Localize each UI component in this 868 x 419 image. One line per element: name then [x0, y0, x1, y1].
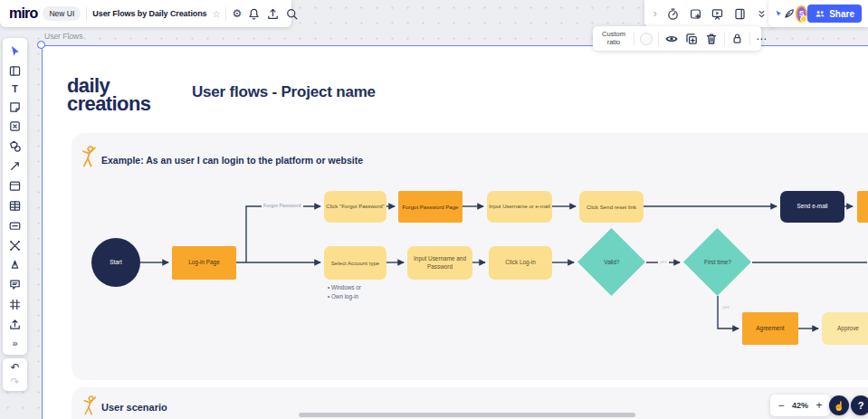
node-start[interactable]: Start — [91, 238, 140, 287]
connector-tool-icon[interactable] — [8, 239, 22, 252]
example-section-title[interactable]: Example: As an user I can login to the p… — [101, 155, 363, 166]
collab-cursor-icon[interactable] — [775, 7, 783, 20]
duplicate-icon[interactable] — [684, 32, 699, 46]
table-tool-icon[interactable] — [8, 199, 22, 213]
zoom-level[interactable]: 42% — [792, 401, 808, 410]
person-icon — [78, 145, 98, 168]
redo-icon[interactable]: ↷ — [10, 376, 19, 388]
card-tool-icon[interactable] — [8, 219, 22, 233]
frame-title-label[interactable]: User Flows — [44, 32, 83, 41]
status-dot — [800, 15, 807, 23]
notes-panel-icon[interactable] — [733, 7, 747, 21]
custom-ratio-button[interactable]: Custom ratio — [599, 31, 628, 46]
topbar-tools: › — [644, 0, 777, 27]
horizontal-scrollbar[interactable] — [299, 413, 635, 417]
people-icon — [815, 8, 825, 19]
edge-label-firsttime-yes: yes — [720, 304, 731, 309]
context-toolbar: Custom ratio ⋯ — [593, 26, 761, 51]
node-offscreen-right[interactable] — [857, 191, 868, 223]
node-click-login[interactable]: Click Log-in — [489, 246, 552, 280]
divider — [749, 32, 750, 45]
select-tool-icon[interactable] — [8, 44, 22, 58]
new-ui-badge[interactable]: New UI — [43, 6, 81, 21]
timer-icon[interactable] — [666, 7, 680, 21]
collapse-toolbar-icon[interactable] — [756, 8, 768, 20]
frame-selection-handle[interactable] — [37, 41, 45, 49]
divider — [634, 32, 634, 45]
more-options-icon[interactable]: ⋯ — [756, 33, 767, 45]
node-send-email[interactable]: Send e-mail — [780, 191, 844, 223]
templates-tool-icon[interactable] — [8, 64, 22, 78]
lock-icon[interactable] — [730, 32, 744, 45]
divider — [658, 32, 659, 45]
frame-tool-icon[interactable] — [8, 298, 22, 311]
account-option: Own log-in — [328, 292, 361, 301]
eye-visibility-icon[interactable] — [664, 32, 679, 46]
image-tool-icon[interactable] — [8, 119, 22, 133]
node-approve[interactable]: Approve — [822, 312, 868, 345]
search-icon[interactable] — [285, 7, 299, 21]
divider — [86, 7, 87, 21]
settings-gear-icon[interactable]: ⚙ — [232, 7, 242, 20]
presentation-icon[interactable] — [711, 7, 724, 21]
node-select-account-type[interactable]: Select Account type — [324, 246, 386, 280]
trash-icon[interactable] — [704, 32, 719, 46]
sticky-note-tool-icon[interactable] — [8, 100, 22, 114]
user-avatar[interactable]: S — [796, 5, 807, 23]
notifications-bell-icon[interactable] — [247, 7, 261, 21]
node-login-page[interactable]: Log-in Page — [172, 246, 236, 280]
page-title[interactable]: User flows - Project name — [192, 83, 376, 101]
undo-redo-bar: ↶ ↷ — [3, 358, 27, 391]
shapes-tool-icon[interactable] — [8, 139, 22, 153]
account-option: Windows or — [328, 283, 361, 292]
undo-icon[interactable]: ↶ — [10, 361, 19, 374]
import-tool-icon[interactable] — [8, 318, 22, 331]
divider — [724, 32, 725, 45]
tool-sidebar: T » — [3, 38, 27, 355]
node-first-time-label: First time? — [685, 259, 750, 265]
more-tools-icon[interactable]: » — [12, 338, 17, 348]
zoom-in-button[interactable]: + — [814, 400, 824, 411]
edge-label-forgot-password: Forgot Password — [262, 203, 303, 208]
text-tool-icon[interactable]: T — [12, 84, 18, 94]
node-agreement[interactable]: Agreement — [742, 312, 798, 345]
node-input-username-email[interactable]: Input Username or e-mail — [487, 191, 552, 223]
board-title[interactable]: User Flows by Daily Creations — [92, 9, 206, 18]
edge-label-valid-yes: yes — [658, 259, 669, 264]
person-icon — [80, 395, 98, 416]
export-upload-icon[interactable] — [266, 7, 280, 21]
scenario-section-title[interactable]: User scenario — [101, 402, 167, 413]
brand-line2: creations — [67, 95, 150, 113]
help-button[interactable]: ? — [851, 395, 868, 415]
pen-tool-icon[interactable] — [8, 259, 22, 272]
board-frame[interactable] — [42, 45, 868, 419]
zoom-controls: − 42% + — [770, 395, 830, 416]
miro-app: { "topbar": { "logo": "miro", "new_ui": … — [0, 0, 868, 419]
add-frame-icon[interactable] — [689, 7, 702, 21]
divider — [225, 7, 226, 21]
panel-tool-icon[interactable] — [8, 179, 22, 193]
node-forgot-password-page[interactable]: Forgot Password Page — [398, 191, 463, 223]
comment-tool-icon[interactable] — [8, 278, 22, 291]
color-swatch-button[interactable] — [640, 33, 653, 45]
node-click-forgot-password[interactable]: Click "Forgot Password" — [324, 191, 386, 223]
node-input-credentials[interactable]: Input Username and Password — [407, 246, 472, 280]
collapse-chevron-icon[interactable]: › — [653, 7, 657, 20]
pen-feather-icon[interactable] — [783, 7, 796, 20]
topbar-left: miro New UI User Flows by Daily Creation… — [0, 0, 291, 27]
share-button[interactable]: Share — [807, 5, 862, 23]
miro-logo[interactable]: miro — [9, 5, 37, 22]
arrow-tool-icon[interactable] — [8, 159, 22, 173]
node-click-send-reset[interactable]: Click Send reset link — [579, 191, 644, 223]
node-valid-label: Valid? — [579, 259, 644, 265]
brand-logo[interactable]: daily creations — [67, 77, 150, 114]
zoom-out-button[interactable]: − — [776, 400, 786, 411]
account-type-options: Windows or Own log-in — [328, 283, 361, 302]
topbar-account: S Share — [768, 0, 868, 27]
star-icon[interactable]: ☆ — [213, 9, 221, 19]
pointer-mode-button[interactable]: ☝ — [829, 395, 849, 415]
